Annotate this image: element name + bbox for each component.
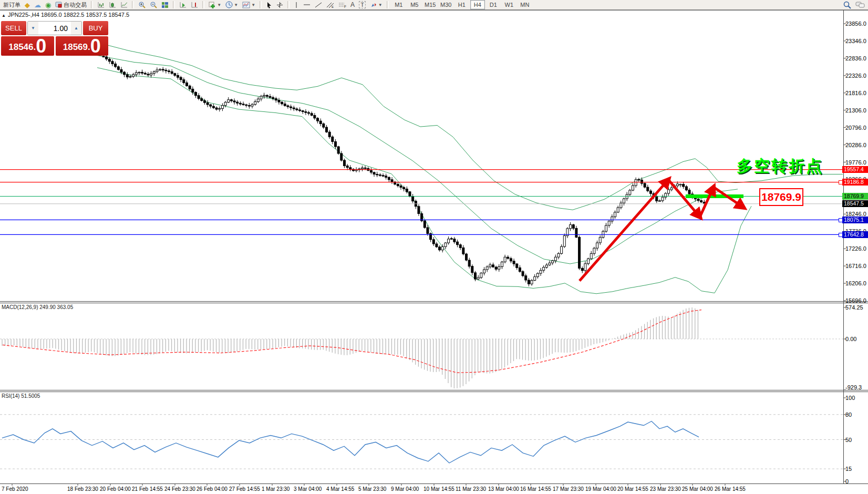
time-axis-label: 25 Mar 04:00 [682, 486, 713, 492]
sell-price-int: 18546 [8, 39, 33, 55]
rsi-name: RSI(14) [2, 393, 19, 399]
templates-button[interactable]: ▼ [240, 0, 257, 10]
separator [132, 1, 134, 8]
autotrade-button[interactable]: 自动交易 [53, 0, 89, 10]
chart-shift-button[interactable] [189, 0, 200, 10]
hline-drag-handle[interactable] [839, 218, 843, 222]
time-axis-label: 7 Feb 2020 [2, 486, 28, 492]
macd-pane-label: MACD(12,26,9) 249.90 363.05 [2, 304, 73, 310]
time-axis-label: 4 Mar 14:55 [326, 486, 354, 492]
sell-button[interactable]: SELL [1, 21, 26, 35]
price-tag[interactable]: 19186.8 [842, 179, 868, 186]
thick-green-segment[interactable] [686, 194, 743, 198]
price-tick-label: 17226.0 [845, 245, 866, 252]
price-tick-label: 16206.0 [845, 280, 866, 286]
add-indicator-icon [209, 2, 216, 8]
bar-chart-button[interactable] [95, 0, 107, 10]
time-axis-label: 9 Mar 04:00 [391, 486, 419, 492]
fibonacci-tool-button[interactable]: F [336, 0, 348, 10]
sell-price-display[interactable]: 18546.0 [1, 36, 54, 56]
fibonacci-icon: F [338, 2, 346, 8]
new-order-icon[interactable]: ◆ [23, 0, 32, 10]
crosshair-button[interactable] [274, 0, 285, 10]
vline-tool-button[interactable] [292, 0, 301, 10]
autotrade-icon [55, 2, 62, 8]
hline-drag-handle[interactable] [839, 180, 843, 184]
indicators-button[interactable]: ▼ [206, 0, 223, 10]
bull-bear-turning-point-label[interactable]: 多空转折点 [737, 156, 823, 177]
price-tag[interactable]: 19557.4 [842, 166, 868, 173]
macd-values: 249.90 363.05 [39, 304, 73, 310]
price-tag[interactable]: 17642.8 [842, 231, 868, 238]
chevron-down-icon: ▼ [217, 3, 221, 7]
volume-increase-button[interactable]: ▲ [71, 22, 81, 35]
macd-tick-label: -929.3 [845, 384, 862, 390]
timeframe-W1[interactable]: W1 [502, 0, 516, 9]
trendline-tool-button[interactable] [313, 0, 324, 10]
price-tick-label: 23346.0 [845, 38, 866, 44]
new-order-button[interactable]: 新订单 [1, 0, 23, 10]
equidistant-channel-icon: E [326, 2, 334, 8]
hline-drag-handle[interactable] [839, 233, 843, 237]
candle-chart-button[interactable] [107, 0, 118, 10]
time-axis-label: 24 Feb 23:30 [164, 486, 195, 492]
volume-decrease-button[interactable]: ▼ [28, 22, 38, 35]
chat-icon[interactable] [855, 1, 865, 8]
timeframe-H1[interactable]: H1 [454, 0, 469, 9]
time-axis-label: 3 Mar 04:00 [294, 486, 322, 492]
channel-tool-button[interactable]: E [324, 0, 336, 10]
time-axis-label: 13 Mar 04:00 [488, 486, 519, 492]
search-icon[interactable] [843, 1, 851, 9]
time-axis-label: 1 Mar 23:30 [262, 486, 290, 492]
timeframe-M5[interactable]: M5 [407, 0, 422, 9]
buy-price-display[interactable]: 18569.0 [56, 36, 109, 56]
timeframe-D1[interactable]: D1 [486, 0, 501, 9]
zoom-in-button[interactable] [136, 0, 148, 10]
line-chart-button[interactable] [118, 0, 130, 10]
chevron-down-icon: ▼ [251, 3, 255, 7]
time-axis-label: 20 Feb 04:00 [100, 486, 131, 492]
timeframe-M15[interactable]: M15 [423, 0, 438, 9]
timeframe-MN[interactable]: MN [518, 0, 532, 9]
template-icon [242, 2, 250, 8]
symbol-ohlc-line[interactable]: ▲JPN225-,H4 18695.0 18822.5 18537.5 1854… [2, 12, 129, 18]
auto-scroll-button[interactable] [177, 0, 189, 10]
gold-box-icon: ◆ [25, 2, 30, 8]
volume-input[interactable]: 1.00 [38, 22, 71, 35]
rsi-pane-label: RSI(14) 51.5005 [2, 393, 40, 399]
price-tick-label: 20796.0 [845, 125, 866, 131]
price-tick-label: 22836.0 [845, 55, 866, 61]
label-tool-button[interactable]: T [357, 0, 368, 10]
signal-icon-button[interactable]: ◉ [43, 0, 53, 10]
time-axis-label: 17 Mar 23:30 [553, 486, 584, 492]
buy-button[interactable]: BUY [83, 21, 108, 35]
zoom-out-button[interactable] [148, 0, 159, 10]
shapes-button[interactable]: ▼ [368, 0, 385, 10]
price-tag[interactable]: 18075.1 [842, 217, 868, 223]
timeframe-M1[interactable]: M1 [391, 0, 406, 9]
timeframe-H4[interactable]: H4 [470, 0, 485, 9]
macd-tick-label: 0.00 [845, 336, 856, 342]
publish-icon[interactable]: ☁ [32, 0, 43, 10]
price-tag[interactable]: 18769.9 [842, 193, 868, 200]
chart-shift-icon [191, 2, 198, 8]
toolbar-right [843, 1, 865, 9]
current-price-tag[interactable]: 18547.5 [842, 200, 868, 207]
cursor-button[interactable] [264, 0, 274, 10]
timeframe-menu-button[interactable]: ▼ [223, 0, 240, 10]
volume-stepper: ▼ 1.00 ▲ [27, 21, 82, 35]
rsi-tick-label: 0 [845, 478, 849, 485]
rsi-tick-label: 100 [845, 395, 855, 401]
chevron-down-icon: ▼ [234, 3, 238, 7]
price-callout-box[interactable]: 18769.9 [759, 188, 803, 206]
separator [387, 1, 389, 8]
tile-windows-icon [161, 2, 169, 8]
hline-tool-button[interactable] [301, 0, 313, 10]
timeframe-M30[interactable]: M30 [439, 0, 453, 9]
chart-canvas[interactable] [0, 0, 868, 494]
text-tool-button[interactable]: A [348, 0, 357, 10]
sell-price-pip: 0 [36, 37, 46, 55]
tile-windows-button[interactable] [159, 0, 171, 10]
svg-text:F: F [344, 5, 346, 8]
price-tick-label: 19776.0 [845, 159, 866, 166]
